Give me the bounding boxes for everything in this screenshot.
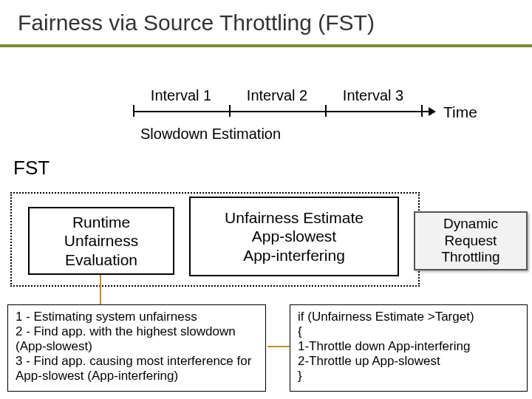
time-label: Time: [443, 103, 477, 121]
unfairness-estimate-text: Unfairness Estimate App-slowest App-inte…: [225, 208, 364, 265]
title-underline: [0, 44, 532, 47]
runtime-unfairness-evaluation-box: Runtime Unfairness Evaluation: [28, 207, 174, 275]
timeline-tick: [421, 105, 423, 117]
interval-3-label: Interval 3: [329, 87, 417, 104]
right-explanation-box: if (Unfairness Estimate >Target) { 1-Thr…: [290, 304, 528, 392]
left-explanation-box: 1 - Estimating system unfairness 2 - Fin…: [7, 304, 266, 392]
timeline-axis: [133, 111, 429, 112]
timeline-tick: [325, 105, 327, 117]
interval-1-label: Interval 1: [137, 87, 225, 104]
unfairness-estimate-box: Unfairness Estimate App-slowest App-inte…: [189, 197, 399, 276]
page-title: Fairness via Source Throttling (FST): [18, 10, 375, 35]
slowdown-estimation-label: Slowdown Estimation: [140, 126, 281, 142]
dynamic-request-throttling-text: Dynamic Request Throttling: [420, 216, 522, 266]
runtime-unfairness-evaluation-text: Runtime Unfairness Evaluation: [64, 213, 138, 269]
fst-label: FST: [13, 157, 50, 180]
connector-line: [100, 275, 101, 304]
interval-2-label: Interval 2: [233, 87, 321, 104]
timeline-tick: [229, 105, 231, 117]
dynamic-request-throttling-box: Dynamic Request Throttling: [414, 211, 528, 270]
connector-line: [267, 346, 290, 347]
timeline-tick: [133, 105, 134, 117]
